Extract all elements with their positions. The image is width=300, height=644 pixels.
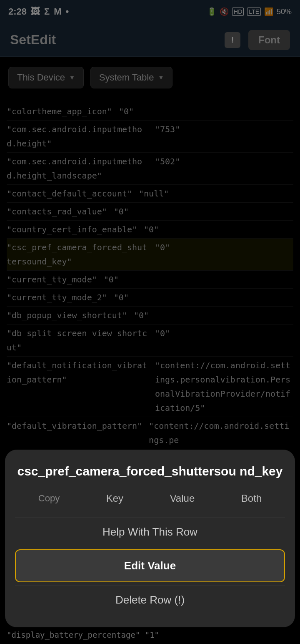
time: 2:28 <box>8 6 27 17</box>
row-key: "colortheme_app_icon" <box>7 104 112 118</box>
table-row[interactable]: "default_notification_vibration_pattern"… <box>7 357 293 417</box>
table-area: "colortheme_app_icon" "0" "com.sec.andro… <box>0 98 300 453</box>
row-val: "0" <box>155 240 293 269</box>
table-row[interactable]: "current_tty_mode_2" "0" <box>7 289 293 307</box>
copy-both-button[interactable]: Both <box>241 493 262 504</box>
table-row[interactable]: "contacts_rad_value" "0" <box>7 203 293 221</box>
lte-icon: LTE <box>247 8 261 16</box>
peek-text: "display_battery_percentage" "1" <box>7 630 159 639</box>
row-key: "current_tty_mode" <box>7 272 97 287</box>
battery-icon: 🔋 <box>207 7 216 16</box>
table-row[interactable]: "db_split_screen_view_shortcut" "0" <box>7 325 293 357</box>
row-val: "0" <box>134 308 293 322</box>
table-dropdown-label: System Table <box>99 72 154 83</box>
row-key: "country_cert_info_enable" <box>7 222 137 236</box>
status-left: 2:28 🖼 Σ M • <box>8 6 69 17</box>
signal-icon: 📶 <box>264 7 273 16</box>
mute-icon: 🔇 <box>220 7 229 16</box>
sigma-icon: Σ <box>44 6 50 17</box>
row-key: "contact_default_account" <box>7 186 132 201</box>
row-val: "null" <box>139 186 293 201</box>
table-row[interactable]: "current_tty_mode" "0" <box>7 271 293 289</box>
row-key: "db_popup_view_shortcut" <box>7 308 127 322</box>
row-key: "com.sec.android.inputmethod.height_land… <box>7 154 148 183</box>
table-row[interactable]: "country_cert_info_enable" "0" <box>7 221 293 239</box>
table-dropdown-arrow: ▼ <box>158 74 164 81</box>
bottom-peek: "display_battery_percentage" "1" <box>0 626 300 644</box>
help-button[interactable]: Help With This Row <box>15 518 285 546</box>
table-row[interactable]: "com.sec.android.inputmethod.height_land… <box>7 153 293 185</box>
app-title: SetEdit <box>10 32 56 48</box>
status-bar: 2:28 🖼 Σ M • 🔋 🔇 HD LTE 📶 50% <box>0 0 300 23</box>
row-key: "com.sec.android.inputmethod.height" <box>7 122 148 151</box>
status-icons: 🔋 🔇 HD LTE 📶 50% <box>207 7 292 16</box>
row-val: "0" <box>114 290 293 304</box>
device-dropdown-arrow: ▼ <box>69 74 75 81</box>
table-row[interactable]: "default_vibration_pattern" "content://c… <box>7 417 293 449</box>
table-row[interactable]: "db_popup_view_shortcut" "0" <box>7 307 293 325</box>
delete-row-button[interactable]: Delete Row (!) <box>15 586 285 614</box>
exclamation-icon: ! <box>231 35 234 45</box>
font-button[interactable]: Font <box>248 30 290 50</box>
row-val: "0" <box>155 326 293 355</box>
hd-icon: HD <box>232 8 244 16</box>
alert-icon-container[interactable]: ! <box>223 31 242 49</box>
row-val: "502" <box>155 154 293 183</box>
app-bar: SetEdit ! Font <box>0 23 300 57</box>
table-dropdown[interactable]: System Table ▼ <box>90 67 173 88</box>
row-val: "0" <box>104 272 293 287</box>
row-val: "0" <box>144 222 293 236</box>
row-val: "content://com.android.settings.pe <box>149 419 293 447</box>
dot-icon: • <box>66 6 69 17</box>
row-key: "contacts_rad_value" <box>7 204 107 219</box>
row-key: "current_tty_mode_2" <box>7 290 107 304</box>
bottom-sheet: csc_pref_camera_forced_shuttersou nd_key… <box>5 450 295 627</box>
copy-key-button[interactable]: Key <box>106 493 123 504</box>
row-key: "csc_pref_camera_forced_shuttersound_key… <box>7 240 148 269</box>
edit-value-button[interactable]: Edit Value <box>15 549 285 582</box>
device-dropdown-label: This Device <box>17 72 65 83</box>
alert-badge: ! <box>225 32 240 48</box>
battery-percent: 50% <box>277 8 292 16</box>
row-val: "content://com.android.settings.personal… <box>155 358 293 415</box>
copy-label: Copy <box>38 493 60 504</box>
copy-value-button[interactable]: Value <box>170 493 195 504</box>
filter-row: This Device ▼ System Table ▼ <box>0 57 300 98</box>
table-row[interactable]: "contact_default_account" "null" <box>7 185 293 203</box>
sheet-copy-row: Copy Key Value Both <box>15 493 285 504</box>
row-key: "default_notification_vibration_pattern" <box>7 358 148 415</box>
row-key: "db_split_screen_view_shortcut" <box>7 326 148 355</box>
table-row[interactable]: "com.sec.android.inputmethod.height" "75… <box>7 121 293 153</box>
row-key: "default_vibration_pattern" <box>7 419 142 447</box>
sheet-title: csc_pref_camera_forced_shuttersou nd_key <box>15 463 285 479</box>
photo-icon: 🖼 <box>31 6 40 17</box>
app-bar-actions: ! Font <box>223 30 290 50</box>
table-row-highlighted[interactable]: "csc_pref_camera_forced_shuttersound_key… <box>7 239 293 271</box>
table-row[interactable]: "colortheme_app_icon" "0" <box>7 103 293 121</box>
row-val: "753" <box>155 122 293 151</box>
m-icon: M <box>54 6 61 17</box>
device-dropdown[interactable]: This Device ▼ <box>8 67 84 88</box>
row-val: "0" <box>114 204 293 219</box>
row-val: "0" <box>119 104 293 118</box>
